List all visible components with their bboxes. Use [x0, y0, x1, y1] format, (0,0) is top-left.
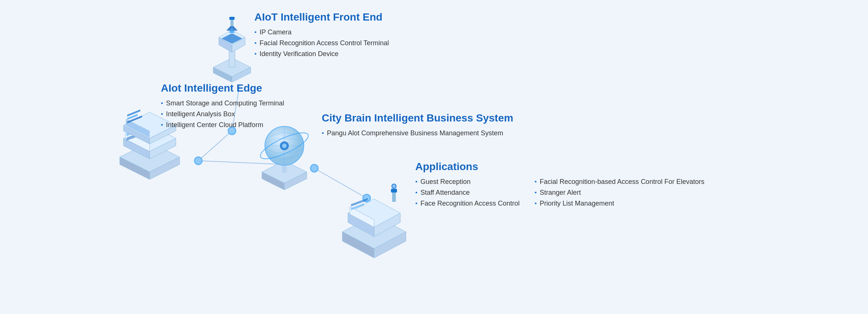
applications-col1: Guest Reception Staff Attendance Face Re… [415, 178, 520, 210]
svg-rect-21 [229, 17, 235, 20]
device-applications [337, 161, 412, 267]
app-item-5: Stranger Alert [535, 189, 705, 197]
svg-point-6 [195, 157, 202, 164]
edge-item-3: Intelligent Center Cloud Platform [161, 121, 284, 129]
aiot-item-2: Facial Recognition Access Control Termin… [254, 39, 389, 47]
label-alot-edge: AIot Intelligent Edge Smart Storage and … [161, 82, 284, 132]
aiot-item-1: IP Camera [254, 28, 389, 36]
svg-line-1 [198, 131, 232, 161]
app-item-2: Staff Attendance [415, 189, 520, 197]
applications-title: Applications [415, 161, 705, 173]
aiot-frontend-title: AIoT Intelligent Front End [254, 11, 389, 23]
app-item-3: Face Recognition Access Control [415, 200, 520, 207]
city-brain-list: Pangu Alot Comprehensive Business Manage… [322, 129, 513, 137]
applications-col2: Facial Recognition-based Access Control … [535, 178, 705, 210]
app-item-6: Priority List Management [535, 200, 705, 207]
svg-rect-61 [391, 189, 397, 193]
svg-point-50 [282, 144, 287, 148]
app-item-4: Facial Recognition-based Access Control … [535, 178, 705, 186]
applications-lists: Guest Reception Staff Attendance Face Re… [415, 178, 705, 210]
edge-item-1: Smart Storage and Computing Terminal [161, 99, 284, 107]
alot-edge-title: AIot Intelligent Edge [161, 82, 284, 94]
diagram-container: AIoT Intelligent Front End IP Camera Fac… [0, 0, 868, 314]
app-item-1: Guest Reception [415, 178, 520, 186]
city-brain-item-1: Pangu Alot Comprehensive Business Manage… [322, 129, 513, 137]
alot-edge-list: Smart Storage and Computing Terminal Int… [161, 99, 284, 129]
city-brain-title: City Brain Intelligent Business System [322, 112, 513, 124]
label-aiot-frontend: AIoT Intelligent Front End IP Camera Fac… [254, 11, 389, 61]
aiot-item-3: Identity Verification Device [254, 50, 389, 58]
device-aiot-frontend [202, 7, 262, 91]
edge-item-2: Intelligent Analysis Box [161, 110, 284, 118]
label-applications: Applications Guest Reception Staff Atten… [415, 161, 705, 210]
svg-point-63 [392, 185, 395, 188]
label-city-brain: City Brain Intelligent Business System P… [322, 112, 513, 140]
aiot-frontend-list: IP Camera Facial Recognition Access Cont… [254, 28, 389, 58]
